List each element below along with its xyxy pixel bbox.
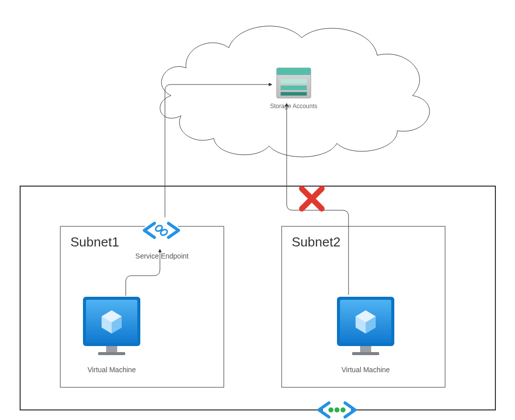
deny-icon	[302, 189, 322, 209]
svg-rect-8	[106, 346, 117, 353]
svg-point-29	[340, 407, 346, 412]
svg-point-28	[334, 407, 339, 412]
vm2-label: Virtual Machine	[341, 366, 390, 374]
svg-rect-17	[352, 352, 379, 355]
subnet2-title: Subnet2	[292, 234, 340, 249]
svg-rect-16	[360, 346, 371, 353]
service-endpoint-label: Service Endpoint	[135, 252, 189, 260]
storage-label: Storage Accounts	[270, 103, 317, 110]
svg-rect-4	[281, 92, 307, 96]
vm-icon-subnet1	[83, 297, 140, 355]
svg-rect-3	[281, 86, 307, 90]
svg-point-27	[328, 407, 333, 412]
vm1-label: Virtual Machine	[88, 366, 136, 374]
service-endpoint-icon	[144, 213, 179, 247]
storage-icon	[277, 68, 311, 98]
peering-icon	[319, 396, 355, 420]
vm-icon-subnet2	[337, 297, 394, 355]
subnet1-title: Subnet1	[70, 234, 119, 249]
network-diagram: Storage Accounts Subnet1 Subnet2 Service…	[0, 0, 515, 420]
svg-rect-1	[277, 68, 311, 75]
svg-rect-9	[98, 352, 125, 355]
svg-rect-2	[281, 79, 307, 83]
arrow-vm2-to-storage-blocked	[287, 104, 349, 295]
arrow-endpoint-to-storage	[165, 85, 272, 217]
